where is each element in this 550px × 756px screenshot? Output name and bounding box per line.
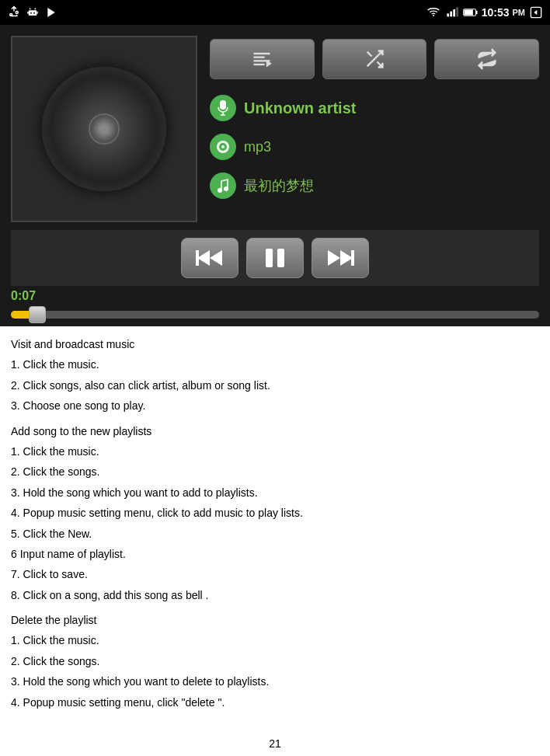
svg-point-28 bbox=[221, 145, 225, 148]
section2-item-6: 6 Input name of playlist. bbox=[11, 545, 539, 563]
section3-item-2: 2. Click the songs. bbox=[11, 653, 539, 670]
battery-icon bbox=[463, 5, 479, 20]
android-icon bbox=[25, 5, 40, 20]
pause-button[interactable] bbox=[246, 238, 304, 278]
next-button[interactable] bbox=[312, 238, 369, 278]
svg-rect-12 bbox=[456, 7, 458, 16]
section2-title: Add song to the new playlists bbox=[11, 423, 539, 440]
svg-marker-7 bbox=[47, 8, 54, 17]
svg-rect-15 bbox=[475, 11, 477, 14]
svg-rect-6 bbox=[37, 12, 37, 14]
svg-point-8 bbox=[433, 15, 434, 16]
control-buttons-row bbox=[210, 39, 539, 79]
section2-item-5: 5. Click the New. bbox=[11, 525, 539, 542]
player-top: Unknown artist mp3 bbox=[11, 36, 539, 222]
section2-item-1: 1. Click the music. bbox=[11, 443, 539, 460]
album-row: mp3 bbox=[210, 131, 539, 163]
section-2: Add song to the new playlists 1. Click t… bbox=[11, 423, 539, 604]
svg-rect-14 bbox=[464, 9, 472, 15]
svg-rect-34 bbox=[266, 249, 273, 267]
section2-item-3: 3. Hold the song which you want to add t… bbox=[11, 484, 539, 501]
section3-item-4: 4. Popup music setting menu, click "dele… bbox=[11, 694, 539, 711]
svg-point-2 bbox=[33, 12, 35, 14]
artist-row: Unknown artist bbox=[210, 92, 539, 124]
page-number: 21 bbox=[0, 731, 550, 756]
section2-item-8: 8. Click on a song, add this song as bel… bbox=[11, 587, 539, 604]
svg-marker-31 bbox=[197, 250, 210, 266]
disc bbox=[42, 67, 166, 191]
status-bar: 10:53 PM bbox=[0, 0, 550, 25]
svg-rect-11 bbox=[453, 9, 455, 16]
section3-item-3: 3. Hold the song which you want to delet… bbox=[11, 673, 539, 690]
usb-icon bbox=[6, 5, 22, 20]
prev-button[interactable] bbox=[181, 238, 238, 278]
svg-line-3 bbox=[30, 9, 30, 9]
play-controls bbox=[22, 238, 528, 278]
progress-thumb[interactable] bbox=[29, 306, 46, 323]
svg-rect-33 bbox=[196, 250, 199, 266]
svg-rect-23 bbox=[220, 100, 226, 110]
description-area: Visit and broadcast music 1. Click the m… bbox=[0, 326, 550, 731]
section1-item-1: 1. Click the music. bbox=[11, 356, 539, 373]
svg-rect-0 bbox=[29, 10, 37, 16]
music-note-icon bbox=[210, 172, 236, 199]
player-area: Unknown artist mp3 bbox=[0, 25, 550, 286]
time-ampm: PM bbox=[513, 8, 526, 17]
section1-item-2: 2. Click songs, also can click artist, a… bbox=[11, 377, 539, 394]
status-right-icons: 10:53 PM bbox=[426, 5, 544, 20]
section3-title: Delete the playlist bbox=[11, 611, 539, 629]
shuffle-button[interactable] bbox=[322, 39, 427, 79]
player-info: Unknown artist mp3 bbox=[210, 36, 539, 222]
repeat-button[interactable] bbox=[434, 39, 539, 79]
svg-point-1 bbox=[30, 12, 32, 14]
playback-controls bbox=[11, 230, 539, 286]
section2-item-7: 7. Click to save. bbox=[11, 566, 539, 583]
section1-item-3: 3. Choose one song to play. bbox=[11, 397, 539, 414]
svg-marker-32 bbox=[210, 250, 222, 266]
progress-track[interactable] bbox=[11, 311, 539, 319]
section1-title: Visit and broadcast music bbox=[11, 336, 539, 353]
svg-point-30 bbox=[224, 186, 228, 191]
svg-marker-37 bbox=[340, 250, 353, 266]
song-label: 最初的梦想 bbox=[244, 176, 314, 195]
svg-marker-36 bbox=[328, 250, 340, 266]
svg-marker-17 bbox=[534, 10, 537, 16]
svg-point-29 bbox=[218, 188, 222, 193]
playlist-button[interactable] bbox=[210, 39, 315, 79]
status-left-icons bbox=[6, 5, 59, 20]
section3-item-1: 1. Click the music. bbox=[11, 632, 539, 649]
svg-rect-9 bbox=[447, 13, 449, 16]
section2-item-4: 4. Popup music setting menu, click to ad… bbox=[11, 504, 539, 521]
disc-center bbox=[89, 113, 120, 145]
time-elapsed: 0:07 bbox=[11, 289, 36, 303]
back-icon[interactable] bbox=[528, 5, 544, 20]
signal-icon bbox=[444, 5, 460, 20]
album-label: mp3 bbox=[244, 139, 271, 155]
play-status-icon bbox=[44, 5, 59, 20]
svg-rect-10 bbox=[450, 12, 452, 17]
time-display: 10:53 bbox=[482, 6, 510, 19]
album-art bbox=[11, 36, 197, 222]
svg-rect-5 bbox=[27, 12, 28, 14]
svg-rect-38 bbox=[351, 250, 354, 266]
mic-icon bbox=[210, 95, 236, 121]
section-1: Visit and broadcast music 1. Click the m… bbox=[11, 336, 539, 415]
wifi-icon bbox=[426, 5, 441, 20]
svg-line-4 bbox=[35, 9, 36, 9]
section2-item-2: 2. Click the songs. bbox=[11, 463, 539, 480]
vinyl-icon bbox=[210, 134, 236, 160]
song-row: 最初的梦想 bbox=[210, 169, 539, 202]
svg-rect-35 bbox=[277, 249, 284, 267]
artist-label: Unknown artist bbox=[244, 99, 356, 117]
progress-area: 0:07 bbox=[0, 286, 550, 326]
section-3: Delete the playlist 1. Click the music. … bbox=[11, 611, 539, 711]
